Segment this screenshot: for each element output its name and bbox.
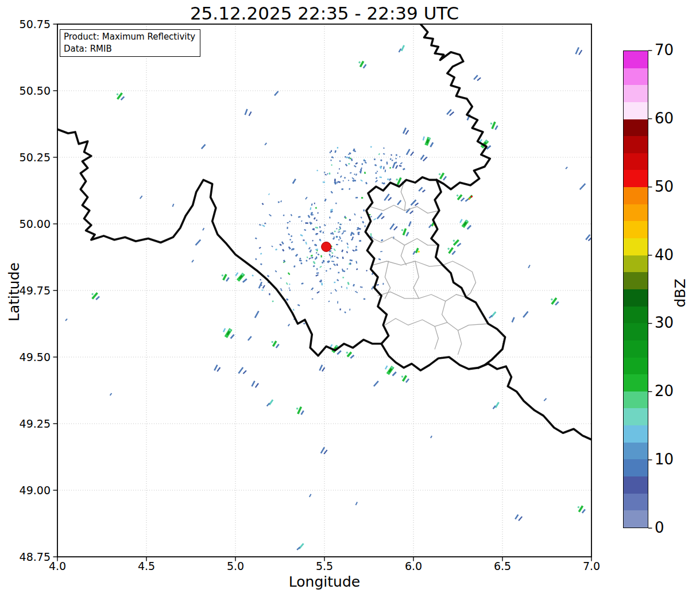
regional-border-line [443,261,475,297]
colorbar-segment [624,187,648,204]
colorbar-segment [624,307,648,324]
map-plot-canvas [0,0,700,597]
colorbar-segment [624,238,648,255]
colorbar-segment [624,476,648,494]
x-tick-label: 5.0 [215,560,256,572]
regional-border-line [442,301,447,323]
colorbar-segment [624,340,648,358]
radar-site-marker [322,242,331,251]
colorbar-tick-label: 70 [655,41,689,59]
colorbar-tick-label: 30 [655,314,689,331]
y-tick-label: 49.25 [10,417,51,430]
regional-border-line [385,319,488,331]
colorbar-segment [624,153,648,170]
colorbar [623,51,648,528]
colorbar-segment [624,102,648,119]
y-tick-label: 50.50 [10,84,51,97]
national-border-line [431,180,505,367]
colorbar-tick-label: 20 [655,382,689,400]
colorbar-segment [624,443,648,460]
axis-ticks [53,24,652,561]
colorbar-segment [624,119,648,137]
colorbar-segment [624,289,648,307]
colorbar-segment [624,425,648,443]
colorbar-segment [624,221,648,238]
colorbar-segment [624,136,648,153]
x-tick-label: 6.5 [482,560,523,572]
colorbar-segment [624,391,648,409]
regional-border-line [435,327,438,350]
map-content [57,24,593,557]
data-source-line: Data: RMIB [64,43,195,55]
national-border-line [57,129,381,355]
colorbar-segment [624,85,648,102]
colorbar-segment [624,510,648,528]
y-tick-label: 49.00 [10,484,51,497]
regional-border-line [401,245,406,265]
colorbar-segment [624,255,648,273]
colorbar-segment [624,323,648,340]
colorbar-segment [624,459,648,476]
grid-lines [57,24,591,557]
colorbar-segment [624,374,648,391]
colorbar-segment [624,68,648,86]
x-tick-label: 6.0 [393,560,434,572]
x-tick-label: 5.5 [304,560,345,572]
y-tick-label: 50.00 [10,218,51,230]
y-tick-label: 50.25 [10,151,51,164]
regional-border-line [367,236,438,245]
radar-echoes [65,45,593,551]
colorbar-segment [624,494,648,511]
national-border-line [365,177,436,344]
colorbar-segment [624,204,648,222]
product-line: Product: Maximum Reflectivity [64,31,195,43]
y-tick-label: 49.50 [10,351,51,363]
colorbar-segment [624,272,648,289]
colorbar-unit-label: dBZ [672,265,689,322]
colorbar-tick-label: 50 [655,178,689,195]
national-border-line [478,364,591,440]
y-tick-label: 48.75 [10,551,51,563]
colorbar-segment [624,51,648,68]
regional-border-line [413,261,419,298]
colorbar-segment [624,170,648,187]
y-tick-label: 49.75 [10,284,51,297]
colorbar-segment [624,358,648,375]
regional-border-line [373,261,443,266]
colorbar-tick-label: 60 [655,110,689,127]
x-axis-label: Longitude [57,573,591,590]
x-tick-label: 4.5 [126,560,167,572]
colorbar-segment [624,408,648,425]
colorbar-tick-label: 10 [655,451,689,468]
regional-border-line [458,331,462,355]
x-tick-label: 7.0 [571,560,612,572]
colorbar-tick-label: 40 [655,246,689,263]
colorbar-tick-label: 0 [655,519,689,536]
national-border-line [420,24,490,189]
radar-figure: 25.12.2025 22:35 - 22:39 UTC Product: Ma… [0,0,700,597]
product-annotation-box: Product: Maximum Reflectivity Data: RMIB [60,29,200,57]
regional-border-line [378,292,466,301]
y-tick-label: 50.75 [10,18,51,30]
